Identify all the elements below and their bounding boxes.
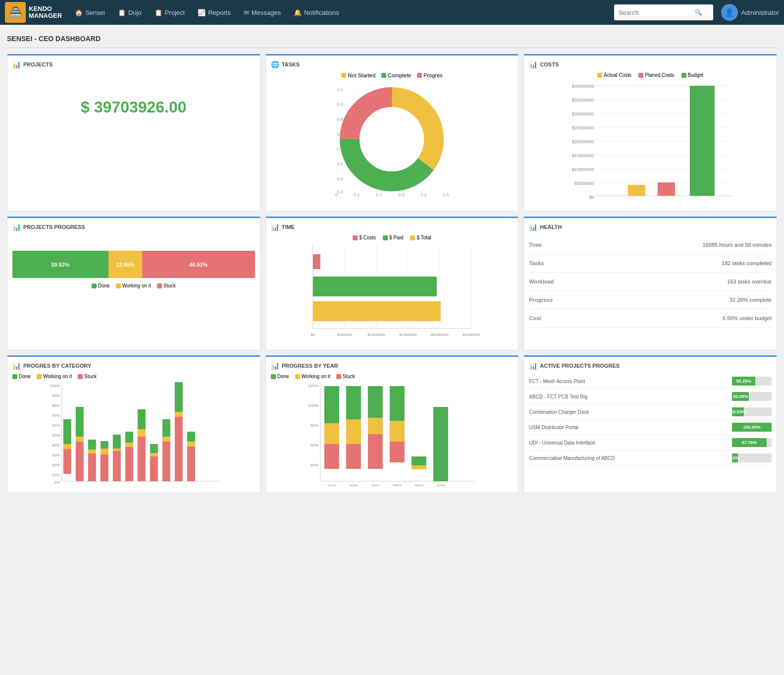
health-cost-row: Cost 6.90% under budget [529, 309, 772, 328]
projects-card: 📊 PROJECTS $ 39703926.00 [7, 54, 261, 212]
nav-sensei[interactable]: 🏠 Sensei [70, 0, 110, 25]
stacked-bar-container: 39.53% 13.95% 46.51% Done [12, 251, 255, 288]
costs-card-title: 📊 COSTS [529, 60, 772, 68]
legend-budget: Budget [681, 72, 704, 78]
dojo-icon: 📋 [118, 9, 126, 16]
year-legend-working: Working on it [295, 374, 330, 379]
svg-rect-151 [433, 407, 448, 481]
progress-by-category-card: 📊 PROGRES BY CATEGORY Done Working on it… [7, 355, 261, 493]
donut-container: Not Started Complete Progres [271, 72, 514, 197]
svg-text:80%: 80% [52, 403, 60, 408]
svg-rect-85 [113, 451, 121, 481]
year-card-title: 📊 PROGRESS BY YEAR [271, 362, 514, 370]
cat-legend-stuck: Stuck [78, 374, 97, 379]
nav-notifications[interactable]: 🔔 Notifications [289, 0, 344, 25]
logo[interactable]: 🏯 KENDOMANAGER [5, 2, 62, 23]
active-projects-title: 📊 ACTIVE PROJECTS PROGRES [529, 362, 772, 370]
svg-text:$10000000: $10000000 [572, 167, 594, 172]
costs-chart: $40000000 $35000000 $30000000 $25000000 … [529, 81, 772, 205]
page-content: SENSEI - CEO DASHBOARD 📊 PROJECTS $ 3970… [0, 25, 784, 498]
svg-rect-98 [162, 437, 170, 442]
health-cost-value: 6.90% under budget [723, 315, 772, 321]
svg-rect-143 [389, 386, 404, 421]
notifications-icon: 🔔 [294, 9, 302, 16]
svg-rect-73 [63, 449, 71, 474]
search-input[interactable] [618, 9, 692, 16]
svg-text:0.7: 0.7 [337, 132, 343, 137]
nav-messages[interactable]: ✉ Messages [239, 0, 286, 25]
svg-rect-79 [88, 453, 96, 481]
active-projects-scroll[interactable]: FCT - Mesh Access Point 59.25% ABCD - FC… [529, 374, 772, 466]
admin-area: 👤 Administrator [721, 4, 779, 21]
health-tasks-value: 182 tasks completed [722, 260, 772, 266]
svg-rect-86 [113, 449, 121, 451]
stuck-dot [157, 283, 162, 288]
svg-rect-77 [76, 437, 84, 442]
nav-reports[interactable]: 📈 Reports [193, 0, 236, 25]
active-project-row: Combination Charger Dock 30.53% [529, 404, 772, 420]
page-title: SENSEI - CEO DASHBOARD [7, 30, 777, 48]
svg-rect-142 [389, 421, 404, 442]
nav-project[interactable]: 📋 Project [150, 0, 190, 25]
svg-rect-88 [125, 447, 133, 481]
costs-legend: Actual Costs Planed Costs Budget [529, 72, 772, 78]
active-project-row: Commercialise Manufacturing of ABCD 15% [529, 450, 772, 466]
health-card-title: 📊 HEALTH [529, 223, 772, 231]
svg-text:70%: 70% [52, 413, 60, 418]
nav-project-label: Project [165, 9, 185, 16]
svg-rect-133 [346, 444, 361, 469]
svg-text:$30000000: $30000000 [572, 112, 594, 116]
svg-rect-83 [101, 449, 108, 454]
svg-rect-76 [76, 442, 84, 481]
done-segment: 39.53% [12, 251, 108, 278]
health-workload-value: 163 tasks overdue [727, 279, 772, 284]
svg-rect-101 [175, 412, 183, 417]
working-dot [116, 283, 121, 288]
svg-text:0.5: 0.5 [337, 162, 343, 167]
avatar: 👤 [721, 4, 738, 21]
search-box[interactable]: 🔍 [614, 4, 713, 20]
svg-text:0.8: 0.8 [337, 117, 343, 122]
legend-paid: $ Paid [383, 235, 403, 240]
svg-text:2020: 2020 [349, 484, 358, 486]
svg-text:$2500000: $2500000 [463, 333, 480, 337]
health-bar-icon: 📊 [529, 223, 537, 231]
svg-rect-147 [411, 456, 426, 465]
navbar: 🏯 KENDOMANAGER 🏠 Sensei 📋 Dojo 📋 Project… [0, 0, 784, 25]
total-dot [410, 235, 415, 240]
legend-not-started: Not Started [341, 72, 375, 78]
svg-text:40%: 40% [52, 443, 60, 448]
active-projects-card: 📊 ACTIVE PROJECTS PROGRES FCT - Mesh Acc… [523, 355, 777, 493]
svg-rect-89 [125, 443, 133, 447]
progres-dot [417, 73, 422, 78]
svg-text:$0: $0 [311, 333, 315, 337]
svg-text:2021: 2021 [371, 484, 380, 486]
nav-dojo[interactable]: 📋 Dojo [113, 0, 147, 25]
svg-rect-94 [150, 456, 158, 481]
progress-card-title: 📊 PROJECTS PROGRESS [12, 223, 255, 231]
svg-rect-141 [389, 442, 404, 462]
projects-card-title: 📊 PROJECTS [12, 60, 255, 68]
svg-text:2024: 2024 [436, 484, 445, 486]
svg-rect-129 [324, 444, 339, 469]
svg-text:$5000000: $5000000 [575, 181, 594, 186]
active-project-row: USM Distributor Portal 100.00% [529, 420, 772, 435]
svg-text:100%: 100% [308, 403, 318, 408]
time-chart: $0 $500000 $1000000 $1500000 $2000000 $2… [271, 244, 514, 343]
legend-planned: Planed Costs [638, 72, 674, 78]
svg-text:20%: 20% [52, 463, 60, 467]
logo-text: KENDOMANAGER [29, 5, 62, 20]
active-projects-icon: 📊 [529, 362, 537, 370]
working-segment: 13.95% [108, 251, 142, 278]
time-bar-icon: 📊 [271, 223, 279, 231]
nav-notifications-label: Notifications [304, 9, 339, 16]
svg-text:2019: 2019 [327, 484, 336, 486]
health-tasks-label: Tasks [529, 260, 544, 266]
progress-bar-icon: 📊 [12, 223, 21, 231]
complete-dot [381, 73, 386, 78]
paid-dot [383, 235, 388, 240]
search-icon: 🔍 [695, 9, 702, 16]
svg-rect-131 [324, 386, 339, 423]
svg-text:40%: 40% [310, 463, 318, 467]
tasks-bar-icon: 🌐 [271, 60, 279, 68]
